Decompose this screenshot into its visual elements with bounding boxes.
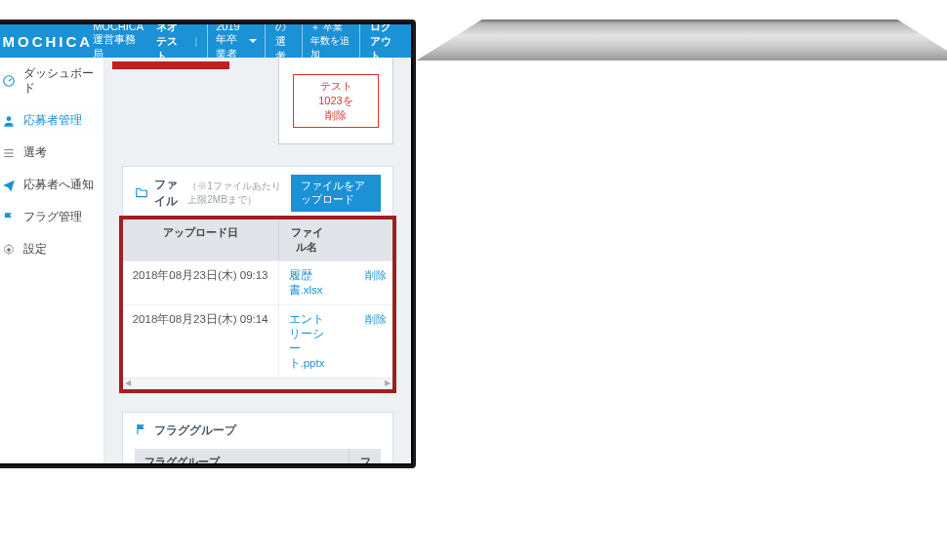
sidebar: ダッシュボード 応募者管理 選考 <box>0 58 104 463</box>
person-icon <box>2 114 16 128</box>
sidebar-item-applicants[interactable]: 応募者管理 <box>0 104 103 137</box>
horizontal-scrollbar[interactable] <box>123 378 393 389</box>
highlight-bar <box>112 61 229 69</box>
sidebar-item-label: 設定 <box>23 242 47 257</box>
svg-rect-2 <box>4 148 13 149</box>
gear-icon <box>2 243 16 257</box>
files-table-header: アップロード日 ファイル名 <box>123 220 393 260</box>
flag-group-section: フラググループ フラググループ フラグ名 学生ランク S + T <box>122 412 394 463</box>
col-flag-group: フラググループ <box>135 449 350 463</box>
sidebar-item-notify[interactable]: 応募者へ通知 <box>0 169 103 201</box>
files-highlight-box: アップロード日 ファイル名 2018年08月23日(木) 09:13 履歴書.x… <box>119 216 397 393</box>
file-date: 2018年08月23日(木) 09:14 <box>123 305 279 378</box>
sidebar-item-settings[interactable]: 設定 <box>0 233 103 265</box>
flag-icon <box>135 422 148 439</box>
upload-file-button[interactable]: ファイルをアップロード <box>291 175 382 212</box>
paper-plane-icon <box>2 179 16 192</box>
chevron-down-icon <box>249 35 257 47</box>
file-row: 2018年08月23日(木) 09:14 エントリーシート.pptx 削除 <box>123 304 393 378</box>
app-logo: MOCHICA <box>3 33 94 50</box>
svg-point-1 <box>6 116 11 121</box>
sidebar-item-label: フラグ管理 <box>23 210 82 224</box>
file-delete-link[interactable]: 削除 <box>365 269 387 281</box>
monitor-stand <box>416 20 947 68</box>
file-row: 2018年08月23日(木) 09:13 履歴書.xlsx 削除 <box>123 260 393 304</box>
svg-rect-4 <box>4 155 13 156</box>
file-link[interactable]: エントリーシート.pptx <box>289 313 325 369</box>
sidebar-item-selection[interactable]: 選考 <box>0 137 103 169</box>
sidebar-item-label: 応募者へ通知 <box>23 178 94 192</box>
sidebar-item-label: 選考 <box>23 145 47 160</box>
delete-record-button[interactable]: テスト1023を削除 <box>293 74 380 128</box>
list-icon <box>2 146 16 160</box>
svg-point-5 <box>7 248 11 252</box>
files-note: （※1ファイルあたり上限2MBまで） <box>187 180 285 207</box>
col-upload-date: アップロード日 <box>123 220 279 260</box>
separator: | <box>194 35 197 47</box>
monitor-frame: MOCHICA MOCHICA運営事務局 ネオ テスト | 2019年卒業者 の… <box>0 20 416 468</box>
sidebar-item-flags[interactable]: フラグ管理 <box>0 201 103 233</box>
files-section: ファイル （※1ファイルあたり上限2MBまで） ファイルをアップロード アップロ… <box>122 166 394 390</box>
flag-icon <box>2 211 16 224</box>
org-name: MOCHICA運営事務局 <box>93 24 146 61</box>
dashboard-icon <box>2 74 16 88</box>
upper-panel: テスト1023を削除 <box>278 58 394 144</box>
col-flag-name: フラグ名 <box>350 449 382 463</box>
add-grad-year-label: ＋ 卒業年数を追加 <box>310 24 351 61</box>
folder-icon <box>135 186 148 201</box>
screen: MOCHICA MOCHICA運営事務局 ネオ テスト | 2019年卒業者 の… <box>0 24 411 463</box>
grad-year-label: 2019年卒業者 <box>216 24 243 61</box>
sidebar-item-dashboard[interactable]: ダッシュボード <box>0 58 103 104</box>
file-link[interactable]: 履歴書.xlsx <box>289 269 323 296</box>
flag-group-title: フラググループ <box>154 422 236 439</box>
sidebar-item-label: ダッシュボード <box>23 66 94 96</box>
main-area: テスト1023を削除 ファイル （※1ファイルあたり上限2MBまで） ファイルを… <box>104 58 412 463</box>
top-bar: MOCHICA MOCHICA運営事務局 ネオ テスト | 2019年卒業者 の… <box>0 24 411 58</box>
svg-rect-3 <box>4 152 13 153</box>
files-title: ファイル <box>154 177 183 210</box>
file-date: 2018年08月23日(木) 09:13 <box>123 261 279 304</box>
sidebar-item-label: 応募者管理 <box>23 113 82 128</box>
flag-table-header: フラググループ フラグ名 <box>135 449 382 463</box>
file-delete-link[interactable]: 削除 <box>365 313 387 325</box>
col-file-name: ファイル名 <box>279 220 335 260</box>
